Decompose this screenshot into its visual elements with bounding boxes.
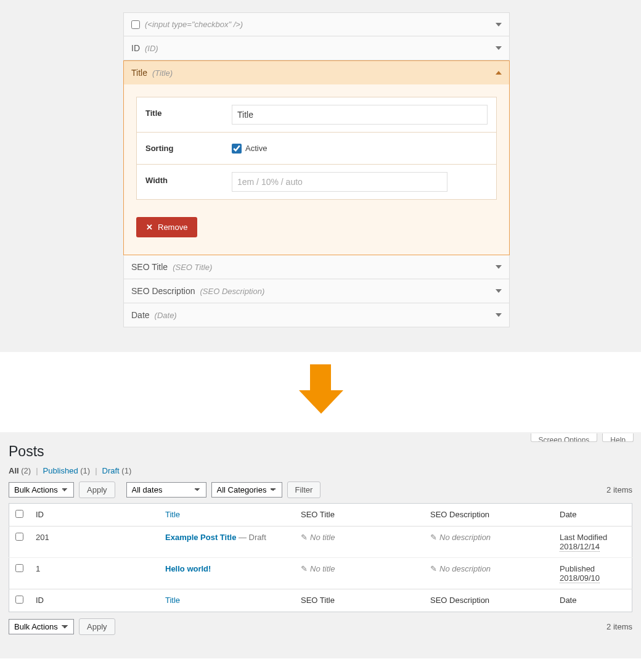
dates-select[interactable]: All dates <box>126 482 206 498</box>
chevron-down-icon <box>496 23 502 27</box>
cell-id: 1 <box>30 558 159 589</box>
accordion-sub: (SEO Title) <box>173 263 212 272</box>
post-title-link[interactable]: Example Post Title <box>165 533 236 542</box>
table-toolbar-bottom: Bulk Actions Apply 2 items <box>9 618 632 635</box>
accordion-item-seo-title[interactable]: SEO Title (SEO Title) <box>123 255 510 279</box>
accordion-item-id[interactable]: ID (ID) <box>123 36 510 60</box>
accordion-sub: (ID) <box>145 44 158 53</box>
select-all-checkbox-footer[interactable] <box>15 596 23 604</box>
chevron-up-icon <box>496 71 502 75</box>
accordion-item-date[interactable]: Date (Date) <box>123 303 510 327</box>
accordion-item-title[interactable]: Title (Title) Title Sorting Active <box>123 60 510 255</box>
col-footer-title[interactable]: Title <box>165 596 180 605</box>
help-button[interactable]: Help <box>602 433 634 442</box>
filter-button[interactable]: Filter <box>287 481 321 498</box>
chevron-down-icon <box>496 313 502 317</box>
seo-title-value: No title <box>310 533 335 542</box>
chevron-down-icon <box>496 289 502 293</box>
pencil-icon[interactable]: ✎ <box>430 564 437 573</box>
close-icon: ✕ <box>146 223 153 232</box>
col-header-seo-description: SEO Description <box>424 504 553 527</box>
chevron-down-icon <box>496 265 502 269</box>
post-status-filters: All (2) | Published (1) | Draft (1) <box>9 466 632 475</box>
row-checkbox[interactable] <box>15 564 23 572</box>
apply-button-bottom[interactable]: Apply <box>79 618 115 635</box>
accordion-item-checkbox[interactable]: (<input type="checkbox" />) <box>123 12 510 36</box>
title-input[interactable] <box>232 105 488 125</box>
remove-label: Remove <box>158 223 187 232</box>
arrow-down-icon <box>299 364 342 414</box>
accordion-label: SEO Description <box>131 286 195 296</box>
row-checkbox[interactable] <box>15 533 23 541</box>
col-header-id: ID <box>30 504 159 527</box>
posts-admin-page: Screen Options Help Posts All (2) | Publ… <box>0 432 641 658</box>
col-footer-id: ID <box>30 589 159 612</box>
accordion-sub: (SEO Description) <box>200 287 264 296</box>
table-row: 1 Hello world! ✎No title ✎No description… <box>9 558 632 589</box>
date-label: Last Modified <box>560 533 607 542</box>
posts-table: ID Title SEO Title SEO Description Date … <box>9 503 632 612</box>
accordion-label: Title <box>131 68 147 78</box>
col-header-date: Date <box>553 504 632 527</box>
pencil-icon[interactable]: ✎ <box>430 533 437 542</box>
col-footer-seo-description: SEO Description <box>424 589 553 612</box>
sorting-label: Sorting <box>137 133 223 164</box>
col-header-seo-title: SEO Title <box>295 504 424 527</box>
col-header-title[interactable]: Title <box>165 510 180 519</box>
items-count-bottom: 2 items <box>606 622 632 631</box>
title-label: Title <box>137 97 223 132</box>
accordion-label: Date <box>131 310 150 320</box>
filter-all[interactable]: All (2) <box>9 466 31 475</box>
items-count: 2 items <box>606 485 632 494</box>
table-toolbar: Bulk Actions Apply All dates All Categor… <box>9 481 632 498</box>
filter-published[interactable]: Published (1) <box>43 466 91 475</box>
accordion-body: Title Sorting Active Width <box>124 84 509 255</box>
pencil-icon[interactable]: ✎ <box>301 564 308 573</box>
remove-button[interactable]: ✕ Remove <box>136 217 197 237</box>
sorting-checkbox[interactable] <box>232 144 242 154</box>
chevron-down-icon <box>496 46 502 50</box>
cell-id: 201 <box>30 527 159 558</box>
col-footer-date: Date <box>553 589 632 612</box>
accordion-sub: (Date) <box>155 311 177 320</box>
pencil-icon[interactable]: ✎ <box>301 533 308 542</box>
accordion-item-seo-description[interactable]: SEO Description (SEO Description) <box>123 279 510 303</box>
filter-draft[interactable]: Draft (1) <box>102 466 132 475</box>
post-status: — Draft <box>236 533 266 542</box>
accordion-label: ID <box>131 43 140 53</box>
categories-select[interactable]: All Categories <box>211 482 282 498</box>
seo-desc-value: No description <box>439 564 491 573</box>
apply-button[interactable]: Apply <box>79 481 115 498</box>
page-title: Posts <box>9 443 632 460</box>
select-all-checkbox[interactable] <box>15 510 23 518</box>
column-form: Title Sorting Active Width <box>136 97 497 200</box>
accordion-sub: (Title) <box>152 68 173 78</box>
screen-options-button[interactable]: Screen Options <box>531 433 598 442</box>
bulk-actions-select-bottom[interactable]: Bulk Actions <box>9 619 74 634</box>
sorting-checkbox-label: Active <box>245 144 267 153</box>
accordion-label: SEO Title <box>131 262 168 272</box>
column-settings-accordion: (<input type="checkbox" />) ID (ID) Titl… <box>123 0 510 327</box>
bulk-actions-select[interactable]: Bulk Actions <box>9 482 74 498</box>
seo-desc-value: No description <box>439 533 491 542</box>
col-footer-seo-title: SEO Title <box>295 589 424 612</box>
date-value: 2018/09/10 <box>560 573 600 583</box>
post-title-link[interactable]: Hello world! <box>165 564 211 573</box>
table-row: 201 Example Post Title — Draft ✎No title… <box>9 527 632 558</box>
width-input[interactable] <box>232 172 447 192</box>
date-label: Published <box>560 564 595 573</box>
seo-title-value: No title <box>310 564 335 573</box>
arrow-divider <box>0 352 641 432</box>
date-value: 2018/12/14 <box>560 542 600 552</box>
accordion-sub: (<input type="checkbox" />) <box>145 20 243 29</box>
width-label: Width <box>137 165 223 199</box>
checkbox-icon <box>131 20 140 29</box>
